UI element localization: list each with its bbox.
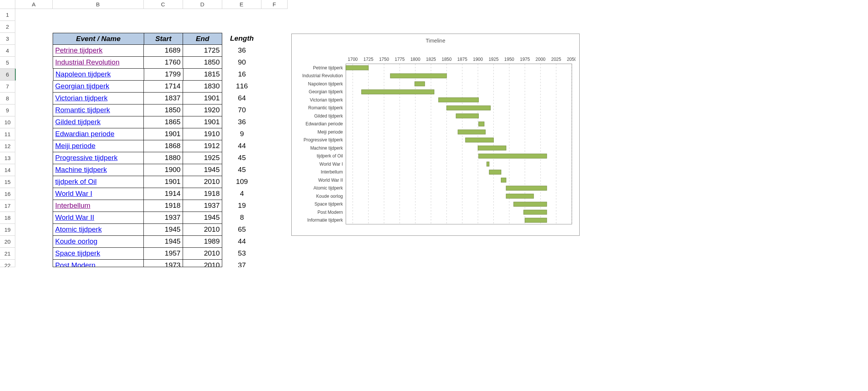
cell-end[interactable]: 1937 xyxy=(183,200,222,212)
chart-bar[interactable] xyxy=(487,162,489,166)
cell[interactable] xyxy=(261,116,288,128)
chart-bar[interactable] xyxy=(346,66,368,70)
cell-event[interactable]: Victorian tijdperk xyxy=(53,93,144,104)
row-header[interactable]: 2 xyxy=(0,21,15,33)
cell[interactable] xyxy=(261,33,288,45)
cell[interactable] xyxy=(261,21,288,33)
table-header-end[interactable]: End xyxy=(183,33,222,45)
cell-event[interactable]: Koude oorlog xyxy=(53,236,144,248)
row-header[interactable]: 16 xyxy=(0,188,15,200)
row-header[interactable]: 9 xyxy=(0,104,15,116)
chart-bar[interactable] xyxy=(465,138,493,142)
cell-length[interactable]: 37 xyxy=(222,260,261,267)
cell-start[interactable]: 1957 xyxy=(144,248,183,260)
cell[interactable] xyxy=(15,104,53,116)
chart-bar[interactable] xyxy=(447,106,490,110)
cell-event[interactable]: Post Modern xyxy=(53,260,144,267)
cell[interactable] xyxy=(261,9,288,21)
row-header[interactable]: 11 xyxy=(0,128,15,140)
cell-start[interactable]: 1937 xyxy=(144,212,183,224)
cell-length[interactable]: 8 xyxy=(222,212,261,224)
event-link[interactable]: Edwardian periode xyxy=(55,130,114,138)
cell[interactable] xyxy=(15,164,53,176)
cell-length[interactable]: 4 xyxy=(222,188,261,200)
cell-start[interactable]: 1760 xyxy=(144,57,183,69)
column-header-F[interactable]: F xyxy=(261,0,288,9)
chart-bar[interactable] xyxy=(514,202,547,206)
row-header[interactable]: 5 xyxy=(0,57,15,69)
cell-start[interactable]: 1973 xyxy=(144,260,183,267)
cell[interactable] xyxy=(15,45,53,57)
event-link[interactable]: tijdperk of Oil xyxy=(55,178,97,185)
chart-bar[interactable] xyxy=(456,114,478,118)
cell[interactable] xyxy=(15,116,53,128)
cell[interactable] xyxy=(261,81,288,93)
cell[interactable] xyxy=(222,21,261,33)
event-link[interactable]: Post Modern xyxy=(55,261,96,267)
chart-bar[interactable] xyxy=(525,218,547,222)
cell-end[interactable]: 1945 xyxy=(183,164,222,176)
cell-end[interactable]: 1725 xyxy=(183,45,222,57)
cell[interactable] xyxy=(15,33,53,45)
cell[interactable] xyxy=(15,248,53,260)
row-header[interactable]: 18 xyxy=(0,212,15,224)
cell-length[interactable]: 53 xyxy=(222,248,261,260)
column-header-A[interactable]: A xyxy=(15,0,53,9)
cell-start[interactable]: 1880 xyxy=(144,152,183,164)
cell-start[interactable]: 1689 xyxy=(144,45,183,57)
cell-event[interactable]: Edwardian periode xyxy=(53,128,144,140)
row-header[interactable]: 19 xyxy=(0,224,15,236)
event-link[interactable]: Petrine tijdperk xyxy=(55,46,103,54)
cell-end[interactable]: 2010 xyxy=(183,224,222,236)
cell-length[interactable]: 19 xyxy=(222,200,261,212)
select-all-corner[interactable] xyxy=(0,0,15,9)
cell-length[interactable]: 90 xyxy=(222,57,261,69)
cell-start[interactable]: 1850 xyxy=(144,104,183,116)
cell-start[interactable]: 1901 xyxy=(144,128,183,140)
cell[interactable] xyxy=(16,69,53,81)
cell[interactable] xyxy=(15,57,53,69)
cell-length[interactable]: 45 xyxy=(222,164,261,176)
event-link[interactable]: Romantic tijdperk xyxy=(55,106,110,114)
row-header[interactable]: 1 xyxy=(0,9,15,21)
event-link[interactable]: World War II xyxy=(55,213,94,221)
chart-bar[interactable] xyxy=(478,146,506,150)
row-header[interactable]: 17 xyxy=(0,200,15,212)
cell-event[interactable]: Interbellum xyxy=(53,200,144,212)
cell[interactable] xyxy=(15,236,53,248)
cell-length[interactable]: 36 xyxy=(222,45,261,57)
cell-end[interactable]: 1830 xyxy=(183,81,222,93)
cell[interactable] xyxy=(261,176,288,188)
cell[interactable] xyxy=(15,140,53,152)
cell-start[interactable]: 1945 xyxy=(144,236,183,248)
cell[interactable] xyxy=(15,152,53,164)
cell[interactable] xyxy=(261,45,288,57)
row-header[interactable]: 4 xyxy=(0,45,15,57)
chart-bar[interactable] xyxy=(478,154,547,158)
cell-event[interactable]: World War II xyxy=(53,212,144,224)
cell-end[interactable]: 1910 xyxy=(183,128,222,140)
cell[interactable] xyxy=(261,104,288,116)
cell[interactable] xyxy=(261,140,288,152)
cell-length[interactable]: 9 xyxy=(222,128,261,140)
row-header[interactable]: 12 xyxy=(0,140,15,152)
cell-start[interactable]: 1914 xyxy=(144,188,183,200)
cell-end[interactable]: 1925 xyxy=(183,152,222,164)
cell[interactable] xyxy=(15,9,53,21)
cell-start[interactable]: 1918 xyxy=(144,200,183,212)
event-link[interactable]: Gilded tijdperk xyxy=(55,118,100,126)
cell-length[interactable]: 65 xyxy=(222,224,261,236)
timeline-chart[interactable]: Timeline 1700172517501775180018251850187… xyxy=(291,34,580,236)
cell-event[interactable]: Romantic tijdperk xyxy=(53,104,144,116)
cell[interactable] xyxy=(15,260,53,267)
cell-end[interactable]: 2010 xyxy=(183,176,222,188)
cell-event[interactable]: World War I xyxy=(53,188,144,200)
cell-event[interactable]: Georgian tijdperk xyxy=(53,81,144,93)
cell-end[interactable]: 1901 xyxy=(183,93,222,104)
event-link[interactable]: Koude oorlog xyxy=(55,237,97,245)
cell-event[interactable]: Gilded tijdperk xyxy=(53,116,144,128)
cell[interactable] xyxy=(15,200,53,212)
chart-bar[interactable] xyxy=(415,82,425,86)
cell-end[interactable]: 1901 xyxy=(183,116,222,128)
event-link[interactable]: Machine tijdperk xyxy=(55,166,107,173)
